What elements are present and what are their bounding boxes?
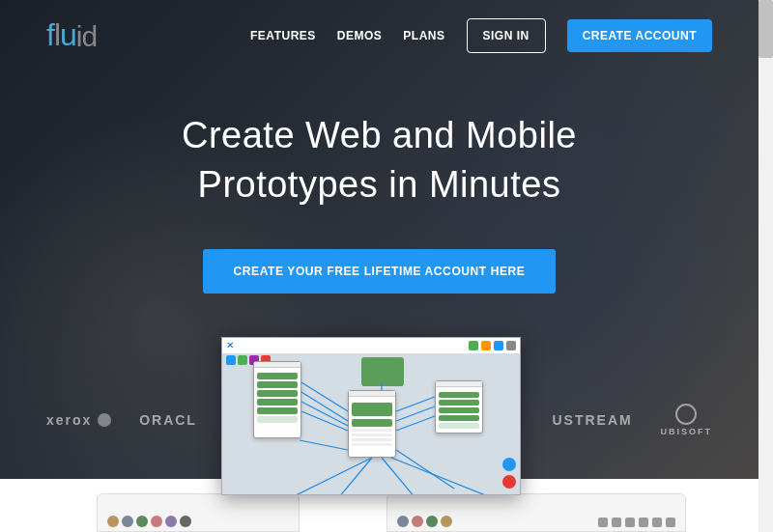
toolbar-more-icon[interactable]: [506, 341, 516, 350]
window-icon[interactable]: [666, 518, 675, 527]
mock-window-left: [97, 493, 300, 532]
scrollbar-thumb[interactable]: [759, 0, 773, 58]
chat-icon[interactable]: [502, 458, 516, 471]
brand-ustream: USTREAM: [552, 412, 632, 428]
nav-features[interactable]: FEATURES: [250, 29, 316, 42]
preview-canvas[interactable]: [222, 353, 520, 494]
brand-ustream-label: USTREAM: [552, 412, 632, 428]
hero-line2: Prototypes in Minutes: [0, 160, 759, 210]
window-icon[interactable]: [625, 518, 635, 527]
avatar: [151, 516, 162, 527]
hero-line1: Create Web and Mobile: [0, 111, 759, 160]
brand-oracle: ORACL: [139, 412, 197, 428]
close-icon[interactable]: ✕: [226, 341, 236, 350]
avatar: [107, 516, 119, 527]
nav-plans[interactable]: PLANS: [403, 29, 444, 42]
tool-play-icon[interactable]: [238, 355, 247, 365]
avatar: [122, 516, 133, 527]
prototype-preview: ✕: [221, 337, 521, 495]
mock-screen-1[interactable]: [253, 361, 301, 438]
top-nav: fluid FEATURES DEMOS PLANS SIGN IN CREAT…: [0, 0, 759, 53]
avatar-row: [107, 516, 191, 527]
avatar: [441, 516, 452, 527]
brand-xerox: xerox: [46, 412, 111, 428]
toolbar-share-icon[interactable]: [494, 341, 503, 350]
avatar: [397, 516, 409, 527]
logo[interactable]: fluid: [46, 17, 97, 53]
page-scrollbar[interactable]: [759, 0, 773, 532]
brand-xerox-label: xerox: [46, 412, 92, 428]
avatar: [165, 516, 177, 527]
ubisoft-swirl-icon: [675, 404, 697, 425]
mock-screen-2[interactable]: [348, 390, 396, 458]
toolbar-user-icon[interactable]: [481, 341, 491, 350]
avatar: [426, 516, 438, 527]
canvas-side-controls: [502, 458, 516, 489]
window-icon[interactable]: [652, 518, 662, 527]
window-icon[interactable]: [639, 518, 648, 527]
trash-icon[interactable]: [502, 475, 516, 489]
preview-topbar: ✕: [222, 338, 520, 353]
avatar: [180, 516, 191, 527]
mock-screen-3[interactable]: [435, 380, 483, 434]
window-icons: [598, 518, 675, 527]
avatar: [412, 516, 423, 527]
avatar-row: [397, 516, 452, 527]
hero: Create Web and Mobile Prototypes in Minu…: [0, 111, 759, 294]
tool-select-icon[interactable]: [226, 355, 236, 365]
toolbar-zoom-icon[interactable]: [469, 341, 478, 350]
brand-ubisoft: UBISOFT: [661, 404, 713, 436]
car-icon: [352, 403, 392, 416]
brand-oracle-label: ORACL: [139, 412, 197, 428]
avatar: [136, 516, 148, 527]
mock-window-right: [386, 493, 686, 532]
nav-right: FEATURES DEMOS PLANS SIGN IN CREATE ACCO…: [250, 18, 712, 53]
sign-in-button[interactable]: SIGN IN: [467, 18, 546, 53]
window-icon[interactable]: [598, 518, 608, 527]
brand-ubisoft-label: UBISOFT: [661, 427, 713, 436]
create-account-button[interactable]: CREATE ACCOUNT: [567, 19, 712, 52]
hero-cta-button[interactable]: CREATE YOUR FREE LIFETIME ACCOUNT HERE: [203, 249, 557, 294]
window-icon[interactable]: [612, 518, 621, 527]
mock-note-card[interactable]: [361, 357, 404, 386]
nav-demos[interactable]: DEMOS: [337, 29, 383, 42]
hero-headline: Create Web and Mobile Prototypes in Minu…: [0, 111, 759, 210]
brand-xerox-icon: [98, 413, 111, 427]
